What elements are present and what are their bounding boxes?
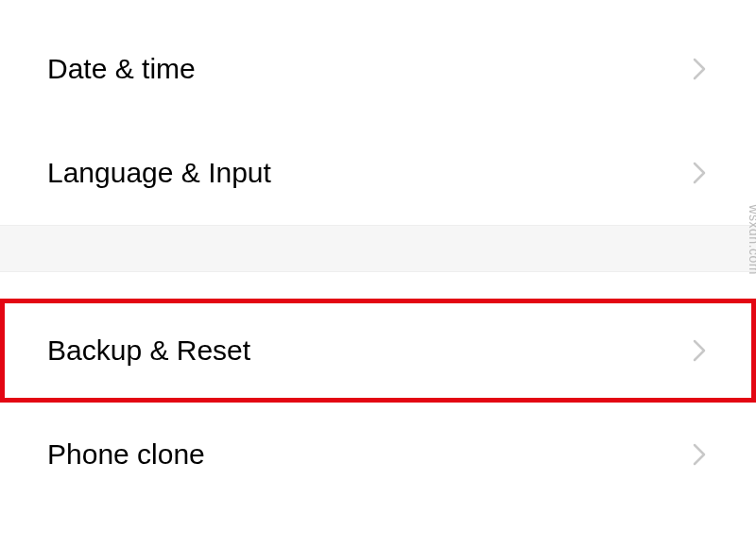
chevron-right-icon <box>690 341 709 360</box>
section-divider <box>0 225 756 272</box>
spacer <box>0 272 756 299</box>
chevron-right-icon <box>690 163 709 182</box>
setting-item-label: Language & Input <box>47 157 271 189</box>
settings-list: Date & time Language & Input Backup & Re… <box>0 0 756 506</box>
chevron-right-icon <box>690 445 709 464</box>
chevron-right-icon <box>690 60 709 78</box>
setting-item-label: Backup & Reset <box>47 335 250 367</box>
setting-item-date-time[interactable]: Date & time <box>0 17 756 121</box>
setting-item-backup-reset[interactable]: Backup & Reset <box>0 299 756 403</box>
setting-item-label: Phone clone <box>47 438 205 471</box>
setting-item-phone-clone[interactable]: Phone clone <box>0 403 756 506</box>
spacer <box>0 0 756 17</box>
setting-item-label: Date & time <box>47 53 196 85</box>
setting-item-language-input[interactable]: Language & Input <box>0 121 756 225</box>
watermark-text: wsxdn.com <box>747 204 756 275</box>
